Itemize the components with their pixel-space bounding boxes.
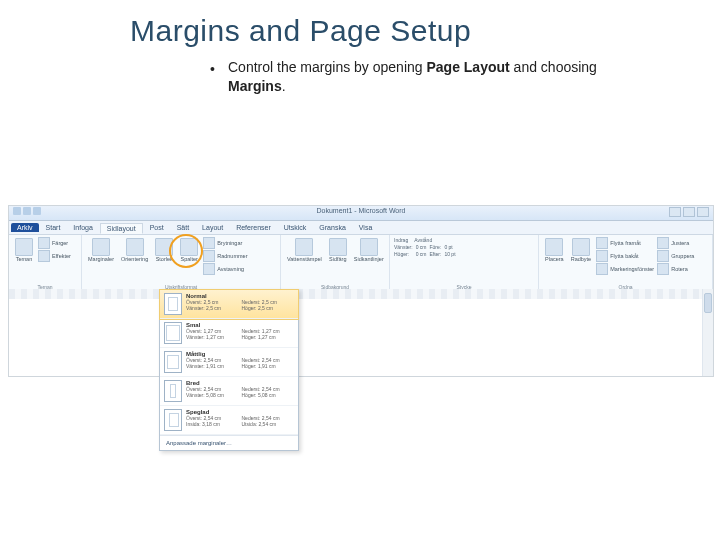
page-borders-button[interactable]: Sidkantlinjer — [352, 237, 386, 264]
line-numbers-button[interactable]: Radnummer — [203, 250, 247, 262]
spacing-header: Avstånd — [414, 237, 432, 243]
colors-label: Färger — [52, 240, 68, 246]
vertical-scrollbar[interactable] — [702, 289, 713, 376]
margin-option-moderate[interactable]: Måttlig Överst: 2,54 cm Nederst: 2,54 cm… — [160, 348, 298, 377]
bullet-text-2: and choosing — [510, 59, 597, 75]
indent-right-value[interactable]: 0 cm — [416, 251, 427, 257]
size-icon — [155, 238, 173, 256]
forward-icon — [596, 237, 608, 249]
group-paragraph: Indrag Avstånd Vänster:0 cm Före:0 pt Hö… — [390, 235, 539, 291]
margins-label: Marginaler — [88, 257, 114, 263]
group-arrange: Placera Radbyte Flytta framåt Flytta bak… — [539, 235, 713, 291]
bullet-text-3: . — [282, 78, 286, 94]
columns-label: Spalter — [180, 257, 197, 263]
mirror-thumb-icon — [164, 409, 182, 431]
orientation-button[interactable]: Orientering — [119, 237, 150, 264]
theme-effects-button[interactable]: Effekter — [38, 250, 71, 262]
custom-margins-item[interactable]: Anpassade marginaler… — [160, 435, 298, 450]
indent-right-label: Höger: — [394, 251, 413, 257]
qat-redo-icon[interactable] — [33, 207, 41, 215]
spacing-after-value[interactable]: 10 pt — [444, 251, 455, 257]
tab-post[interactable]: Post — [144, 223, 170, 232]
tab-references[interactable]: Referenser — [230, 223, 277, 232]
margin-option-wide[interactable]: Bred Överst: 2,54 cm Nederst: 2,54 cm Vä… — [160, 377, 298, 406]
position-button[interactable]: Placera — [543, 237, 566, 264]
breaks-button[interactable]: Brytningar — [203, 237, 247, 249]
title-bar: Dokument1 - Microsoft Word — [9, 206, 713, 221]
margin-option-normal[interactable]: Normal Överst: 2,5 cm Nederst: 2,5 cm Vä… — [160, 290, 298, 319]
pagecolor-label: Sidfärg — [329, 257, 346, 263]
theme-colors-button[interactable]: Färger — [38, 237, 71, 249]
wrap-icon — [572, 238, 590, 256]
pagecolor-icon — [329, 238, 347, 256]
narrow-left: Vänster: 1,27 cm — [186, 335, 239, 341]
bring-forward-button[interactable]: Flytta framåt — [596, 237, 654, 249]
rotate-label: Rotera — [671, 266, 688, 272]
group-icon — [657, 250, 669, 262]
wide-left: Vänster: 5,08 cm — [186, 393, 239, 399]
tab-start[interactable]: Start — [40, 223, 67, 232]
narrow-thumb-icon — [164, 322, 182, 344]
orientation-label: Orientering — [121, 257, 148, 263]
spacing-before-value[interactable]: 0 pt — [444, 244, 455, 250]
scrollbar-thumb[interactable] — [704, 293, 712, 313]
tab-insert[interactable]: Infoga — [67, 223, 98, 232]
qat-save-icon[interactable] — [13, 207, 21, 215]
size-button[interactable]: Storlek — [153, 237, 175, 264]
watermark-button[interactable]: Vattenstämpel — [285, 237, 324, 264]
colors-icon — [38, 237, 50, 249]
hyphenation-button[interactable]: Avstavning — [203, 263, 247, 275]
slide-bullet: • Control the margins by opening Page La… — [228, 58, 608, 96]
send-backward-button[interactable]: Flytta bakåt — [596, 250, 654, 262]
group-button[interactable]: Gruppera — [657, 250, 694, 262]
forward-label: Flytta framåt — [610, 240, 641, 246]
watermark-label: Vattenstämpel — [287, 257, 322, 263]
maximize-button[interactable] — [683, 207, 695, 217]
close-button[interactable] — [697, 207, 709, 217]
size-label: Storlek — [156, 257, 173, 263]
indent-left-value[interactable]: 0 cm — [416, 244, 427, 250]
bullet-strong-1: Page Layout — [426, 59, 509, 75]
margin-option-narrow[interactable]: Smal Överst: 1,27 cm Nederst: 1,27 cm Vä… — [160, 319, 298, 348]
margins-button[interactable]: Marginaler — [86, 237, 116, 264]
file-tab[interactable]: Arkiv — [11, 223, 39, 232]
document-area[interactable] — [9, 289, 713, 376]
rotate-icon — [657, 263, 669, 275]
pageborders-label: Sidkantlinjer — [354, 257, 384, 263]
spacing-before-label: Före: — [429, 244, 441, 250]
margin-option-mirrored[interactable]: Speglad Överst: 2,54 cm Nederst: 2,54 cm… — [160, 406, 298, 435]
linenumbers-icon — [203, 250, 215, 262]
wrap-text-button[interactable]: Radbyte — [569, 237, 594, 264]
hyphen-label: Avstavning — [217, 266, 244, 272]
tab-review[interactable]: Granska — [313, 223, 351, 232]
normal-right: Höger: 2,5 cm — [242, 306, 295, 312]
position-label: Placera — [545, 257, 564, 263]
themes-icon — [15, 238, 33, 256]
align-button[interactable]: Justera — [657, 237, 694, 249]
themes-button[interactable]: Teman — [13, 237, 35, 264]
hyphen-icon — [203, 263, 215, 275]
indent-header: Indrag — [394, 237, 408, 243]
qat-undo-icon[interactable] — [23, 207, 31, 215]
normal-thumb-icon — [164, 293, 182, 315]
wide-right: Höger: 5,08 cm — [242, 393, 295, 399]
page-color-button[interactable]: Sidfärg — [327, 237, 349, 264]
align-icon — [657, 237, 669, 249]
columns-button[interactable]: Spalter — [178, 237, 200, 264]
rotate-button[interactable]: Rotera — [657, 263, 694, 275]
pane-icon — [596, 263, 608, 275]
tab-mailings[interactable]: Utskick — [278, 223, 313, 232]
moderate-right: Höger: 1,91 cm — [242, 364, 295, 370]
bullet-strong-2: Margins — [228, 78, 282, 94]
tab-page-layout[interactable]: Sidlayout — [100, 223, 143, 234]
slide-title: Margins and Page Setup — [130, 14, 471, 48]
tab-satt[interactable]: Sätt — [171, 223, 195, 232]
minimize-button[interactable] — [669, 207, 681, 217]
themes-label: Teman — [16, 257, 33, 263]
selection-pane-button[interactable]: Markeringsfönster — [596, 263, 654, 275]
position-icon — [545, 238, 563, 256]
tab-layout[interactable]: Layout — [196, 223, 229, 232]
breaks-icon — [203, 237, 215, 249]
quick-access-toolbar[interactable] — [13, 207, 41, 215]
tab-view[interactable]: Visa — [353, 223, 379, 232]
